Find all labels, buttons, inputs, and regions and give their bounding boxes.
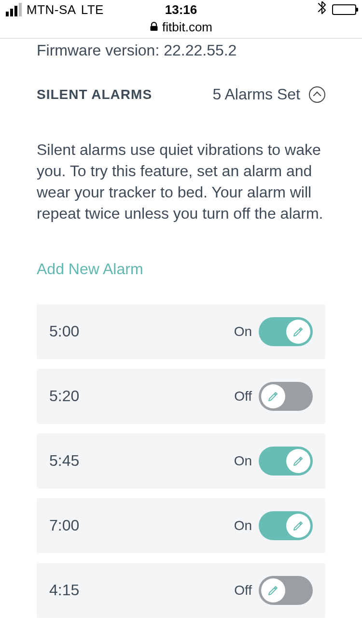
- alarm-time: 5:00: [49, 322, 79, 340]
- browser-url-bar[interactable]: fitbit.com: [0, 19, 362, 39]
- pencil-icon: [292, 455, 304, 467]
- alarm-row[interactable]: 5:00On: [37, 304, 325, 359]
- toggle-knob: [261, 384, 285, 408]
- alarm-time: 5:20: [49, 387, 79, 405]
- alarm-state-label: On: [234, 453, 252, 469]
- svg-rect-0: [150, 26, 157, 31]
- firmware-version: 22.22.55.2: [164, 42, 237, 59]
- silent-alarms-header[interactable]: SILENT ALARMS 5 Alarms Set: [37, 85, 325, 103]
- alarm-row[interactable]: 4:15Off: [37, 563, 325, 618]
- status-bar: MTN-SA LTE 13:16: [0, 0, 362, 19]
- alarm-toggle[interactable]: [259, 382, 313, 411]
- alarm-row[interactable]: 5:20Off: [37, 369, 325, 424]
- toggle-knob: [286, 449, 310, 473]
- alarm-toggle[interactable]: [259, 511, 313, 540]
- add-new-alarm-link[interactable]: Add New Alarm: [37, 260, 325, 278]
- firmware-label: Firmware version:: [37, 42, 159, 59]
- battery-icon: [332, 4, 356, 15]
- status-time: 13:16: [0, 2, 362, 17]
- section-title: SILENT ALARMS: [37, 87, 152, 102]
- pencil-icon: [292, 326, 304, 337]
- alarm-time: 4:15: [49, 581, 79, 599]
- alarm-time: 5:45: [49, 452, 79, 470]
- lock-icon: [150, 20, 158, 35]
- pencil-icon: [267, 585, 279, 596]
- toggle-knob: [286, 320, 310, 344]
- alarm-row[interactable]: 7:00On: [37, 498, 325, 553]
- url-domain: fitbit.com: [162, 20, 212, 35]
- alarm-state-label: Off: [234, 583, 252, 598]
- pencil-icon: [292, 520, 304, 532]
- alarm-time: 7:00: [49, 517, 79, 534]
- alarm-state-label: Off: [234, 389, 252, 404]
- silent-alarms-description: Silent alarms use quiet vibrations to wa…: [37, 139, 325, 224]
- toggle-knob: [261, 578, 285, 602]
- alarm-toggle[interactable]: [259, 447, 313, 476]
- chevron-up-icon[interactable]: [309, 86, 325, 103]
- alarms-count: 5 Alarms Set: [213, 85, 300, 103]
- alarm-row[interactable]: 5:45On: [37, 434, 325, 489]
- firmware-row: Firmware version: 22.22.55.2: [37, 42, 325, 59]
- alarm-toggle[interactable]: [259, 576, 313, 605]
- alarm-state-label: On: [234, 518, 252, 533]
- alarm-state-label: On: [234, 324, 252, 339]
- pencil-icon: [267, 391, 279, 402]
- toggle-knob: [286, 514, 310, 538]
- alarm-toggle[interactable]: [259, 317, 313, 346]
